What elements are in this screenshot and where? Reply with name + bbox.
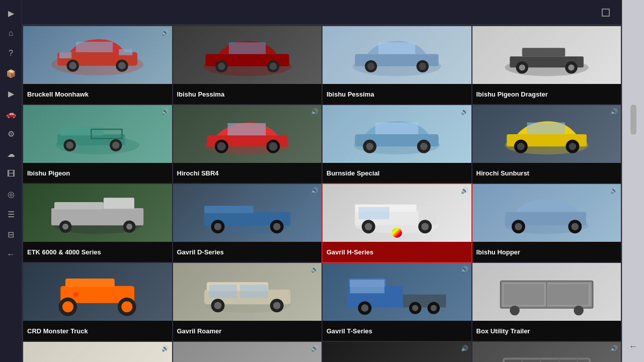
overwrite-default-button[interactable] <box>45 11 51 15</box>
back-arrow-icon[interactable]: ← <box>629 341 638 352</box>
sidebar-icon-list[interactable]: ☰ <box>2 205 20 223</box>
vehicle-card-etk[interactable]: ETK 6000 & 4000 Series <box>23 184 172 262</box>
svg-point-29 <box>568 64 574 70</box>
sidebar-icon-arrow-right[interactable]: ▶ <box>2 4 20 22</box>
vehicle-name-label: Burnside Special <box>323 163 471 183</box>
right-panel: ← <box>622 0 644 362</box>
svg-point-41 <box>217 142 225 150</box>
vehicle-card-burnside[interactable]: 🔊Burnside Special <box>323 105 471 183</box>
svg-point-36 <box>112 141 120 149</box>
vehicle-card-moonhawk[interactable]: 🔊Bruckell Moonhawk <box>23 26 172 104</box>
vehicle-name-label: Ibishu Pessima <box>323 84 471 104</box>
svg-rect-51 <box>375 122 419 134</box>
vehicle-card-monster[interactable]: CRD Monster Truck <box>23 263 172 341</box>
sidebar-icon-film[interactable]: 🎞 <box>2 165 20 183</box>
sound-icon: 🔊 <box>311 266 318 273</box>
svg-point-94 <box>121 301 132 312</box>
svg-rect-141 <box>504 358 590 362</box>
load-default-button[interactable] <box>61 11 67 15</box>
svg-rect-58 <box>527 122 565 134</box>
svg-rect-25 <box>522 48 565 56</box>
svg-point-66 <box>126 223 132 229</box>
svg-point-12 <box>218 62 225 70</box>
svg-point-43 <box>269 142 277 150</box>
show-filters-checkbox[interactable] <box>602 9 610 17</box>
vehicle-card-roamer[interactable]: 🔊Gavril Roamer <box>173 263 322 341</box>
sidebar-icon-target[interactable]: ◎ <box>2 185 20 203</box>
sidebar-icon-package[interactable]: 📦 <box>2 64 20 82</box>
remove-others-button[interactable] <box>110 11 116 15</box>
vehicle-name-label: Ibishu Hopper <box>472 242 621 262</box>
svg-point-48 <box>366 143 374 150</box>
vehicle-name-label: Gavril H-Series <box>323 242 471 262</box>
svg-rect-103 <box>209 285 236 298</box>
svg-point-102 <box>273 302 281 309</box>
color-indicator <box>392 228 402 238</box>
sound-icon: 🔊 <box>311 345 318 352</box>
vehicle-card-dseries[interactable]: 🔊Gavril D-Series <box>173 184 322 262</box>
svg-point-64 <box>62 223 68 229</box>
svg-point-73 <box>273 223 281 230</box>
vehicle-name-label: CRD Monster Truck <box>23 321 172 341</box>
svg-point-100 <box>214 302 221 309</box>
vehicle-card-pessima2[interactable]: Ibishu Pessima <box>323 26 471 104</box>
sound-icon: 🔊 <box>461 345 468 352</box>
vehicle-card-trailer1[interactable]: 🔊 <box>23 342 172 362</box>
remove-current-button[interactable] <box>94 11 100 15</box>
svg-rect-32 <box>60 127 104 135</box>
svg-point-109 <box>361 304 369 312</box>
vehicle-card-pessima1[interactable]: Ibishu Pessima <box>173 26 322 104</box>
svg-rect-82 <box>359 207 389 219</box>
vehicle-name-label: Hirochi SBR4 <box>173 163 322 183</box>
svg-rect-44 <box>227 123 266 135</box>
vehicle-card-tseries[interactable]: 🔊Gavril T-Series <box>323 263 471 341</box>
vehicle-name-label: ETK 6000 & 4000 Series <box>23 242 172 262</box>
sidebar-icon-gear[interactable]: ⚙ <box>2 125 20 143</box>
vehicle-card-hopper[interactable]: 🔊Ibishu Hopper <box>472 184 621 262</box>
svg-point-55 <box>517 143 525 150</box>
sidebar-icon-play[interactable]: ▶ <box>2 84 20 103</box>
vehicle-name-label: Box Utility Trailer <box>472 321 621 341</box>
sound-icon: 🔊 <box>162 108 169 115</box>
svg-point-21 <box>419 62 427 70</box>
sidebar-icon-home[interactable]: ⌂ <box>2 24 20 42</box>
vehicle-card-box[interactable]: Box Utility Trailer <box>472 263 621 341</box>
vehicle-card-creature[interactable]: 🔊 <box>323 342 471 362</box>
sound-icon: 🔊 <box>311 187 318 194</box>
svg-point-34 <box>66 141 73 149</box>
svg-point-3 <box>69 62 77 69</box>
svg-point-79 <box>365 223 372 230</box>
vehicle-card-pigeon[interactable]: 🔊Ibishu Pigeon <box>23 105 172 183</box>
vehicle-card-hseries[interactable]: 🔊Gavril H-Series <box>323 184 471 262</box>
svg-point-88 <box>571 223 579 230</box>
vehicle-grid-container[interactable]: 🔊Bruckell MoonhawkIbishu PessimaIbishu P… <box>22 25 622 362</box>
svg-rect-118 <box>504 284 544 305</box>
sidebar: ▶⌂?📦▶🚗⚙☁🎞◎☰⊟← <box>0 0 22 362</box>
svg-point-57 <box>569 143 576 150</box>
sidebar-icon-sliders[interactable]: ⊟ <box>2 225 20 243</box>
sidebar-icon-question[interactable]: ? <box>2 44 20 62</box>
sidebar-icon-car[interactable]: 🚗 <box>2 105 20 123</box>
vehicle-card-sunburst[interactable]: 🔊Hirochi Sunburst <box>472 105 621 183</box>
vehicle-card-sbr4[interactable]: 🔊Hirochi SBR4 <box>173 105 322 183</box>
sound-icon: 🔊 <box>610 108 618 115</box>
vehicle-name-label: Hirochi Sunburst <box>472 163 621 183</box>
sound-icon: 🔊 <box>162 29 169 36</box>
svg-point-120 <box>510 305 520 315</box>
vehicle-card-trailer2[interactable]: 🔊 <box>173 342 322 362</box>
vehicle-name-label: Gavril T-Series <box>323 321 471 341</box>
sound-icon: 🔊 <box>461 266 468 273</box>
sidebar-icon-back[interactable]: ← <box>2 245 20 263</box>
sound-icon: 🔊 <box>610 345 618 352</box>
svg-point-121 <box>574 305 584 315</box>
sound-icon: 🔊 <box>461 187 468 194</box>
vehicle-grid: 🔊Bruckell MoonhawkIbishu PessimaIbishu P… <box>22 25 622 362</box>
vehicle-card-pigeon-drag[interactable]: Ibishu Pigeon Dragster <box>472 26 621 104</box>
vehicle-card-cage[interactable]: 🔊 <box>472 342 621 362</box>
svg-rect-61 <box>54 202 104 210</box>
clone-current-button[interactable] <box>77 11 84 15</box>
sidebar-icon-cloud[interactable]: ☁ <box>2 145 20 163</box>
sound-icon: 🔊 <box>461 108 468 115</box>
vehicle-name-label: Bruckell Moonhawk <box>23 84 172 104</box>
show-filters-toggle[interactable] <box>602 9 614 17</box>
